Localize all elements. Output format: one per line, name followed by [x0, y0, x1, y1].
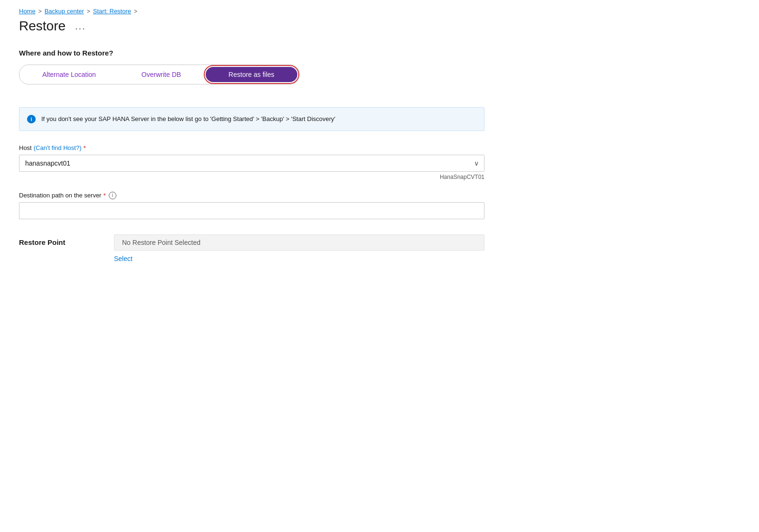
- tab-overwrite-db[interactable]: Overwrite DB: [119, 65, 204, 84]
- destination-info-icon[interactable]: i: [109, 192, 116, 199]
- host-required-star: *: [83, 144, 85, 152]
- page-title: Restore: [19, 19, 66, 34]
- breadcrumb-sep-3: >: [134, 8, 137, 15]
- host-select-wrapper: hanasnapcvt01 ∨: [19, 155, 484, 172]
- breadcrumb-home[interactable]: Home: [19, 8, 36, 15]
- cant-find-host-link[interactable]: (Can't find Host?): [34, 144, 82, 151]
- page-container: Home > Backup center > Start: Restore > …: [0, 0, 759, 282]
- breadcrumb-backup-center[interactable]: Backup center: [45, 8, 84, 15]
- tab-restore-as-files[interactable]: Restore as files: [206, 67, 297, 82]
- restore-point-section: Restore Point No Restore Point Selected …: [19, 234, 484, 263]
- destination-label-text: Destination path on the server: [19, 192, 101, 199]
- breadcrumb-sep-1: >: [38, 8, 42, 15]
- page-title-row: Restore ...: [19, 19, 740, 34]
- tab-restore-files-wrapper: Restore as files: [204, 65, 299, 84]
- breadcrumb: Home > Backup center > Start: Restore >: [19, 8, 740, 15]
- info-text: If you don't see your SAP HANA Server in…: [41, 114, 335, 124]
- tab-bar-container: Alternate Location Overwrite DB Restore …: [19, 65, 740, 96]
- destination-path-input[interactable]: [19, 202, 484, 219]
- destination-label: Destination path on the server * i: [19, 192, 484, 199]
- tab-bar: Alternate Location Overwrite DB Restore …: [19, 65, 300, 84]
- destination-required-star: *: [103, 192, 105, 199]
- info-icon: i: [27, 115, 36, 123]
- destination-field: Destination path on the server * i: [19, 192, 484, 219]
- host-field: Host (Can't find Host?) * hanasnapcvt01 …: [19, 144, 484, 180]
- restore-point-select-link[interactable]: Select: [114, 255, 133, 262]
- restore-point-label: Restore Point: [19, 234, 95, 246]
- host-hint: HanaSnapCVT01: [19, 174, 484, 180]
- info-box: i If you don't see your SAP HANA Server …: [19, 107, 484, 131]
- restore-point-placeholder: No Restore Point Selected: [114, 234, 484, 251]
- restore-point-row: Restore Point No Restore Point Selected …: [19, 234, 484, 263]
- breadcrumb-start-restore[interactable]: Start: Restore: [93, 8, 131, 15]
- section-heading: Where and how to Restore?: [19, 49, 740, 57]
- more-options-button[interactable]: ...: [71, 19, 90, 34]
- tab-alternate-location[interactable]: Alternate Location: [19, 65, 119, 84]
- breadcrumb-sep-2: >: [87, 8, 90, 15]
- host-label: Host (Can't find Host?) *: [19, 144, 484, 152]
- host-select[interactable]: hanasnapcvt01: [19, 155, 484, 172]
- restore-point-value-block: No Restore Point Selected Select: [114, 234, 484, 263]
